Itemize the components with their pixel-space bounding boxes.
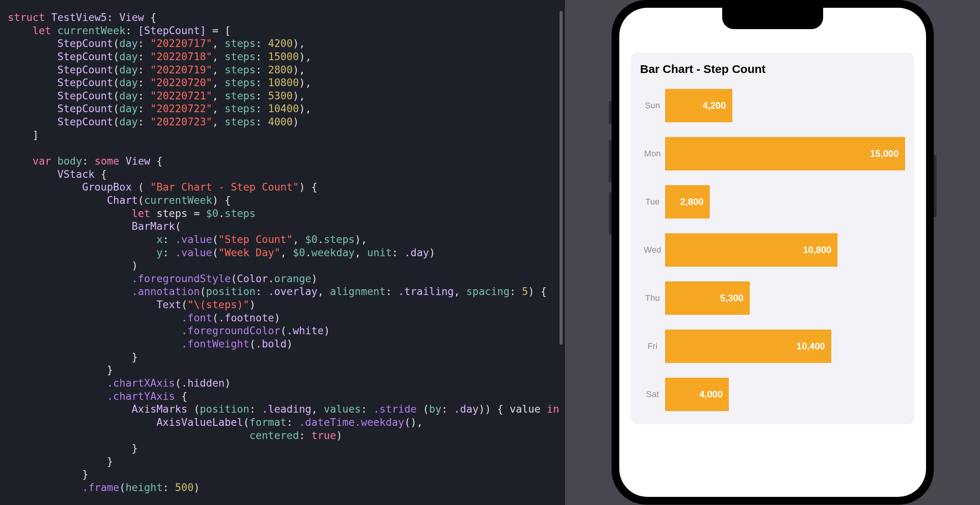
bar-value-label: 10,400: [797, 341, 825, 352]
bar-track: 4,000: [665, 378, 905, 411]
y-axis-label: Mon: [640, 149, 665, 159]
chart-row: Sun4,200: [640, 89, 905, 122]
chart-title: Bar Chart - Step Count: [640, 62, 905, 76]
y-axis-label: Sat: [640, 389, 665, 399]
y-axis-label: Wed: [640, 245, 665, 255]
bar: 2,800: [665, 185, 710, 219]
device-screen: Bar Chart - Step Count Sun4,200Mon15,000…: [619, 8, 926, 497]
bar-value-label: 15,000: [870, 148, 898, 159]
chart-row: Fri10,400: [640, 330, 905, 363]
app-content: Bar Chart - Step Count Sun4,200Mon15,000…: [619, 8, 926, 424]
bar: 10,400: [665, 330, 831, 363]
device-side-button: [609, 101, 612, 124]
device-frame: Bar Chart - Step Count Sun4,200Mon15,000…: [612, 0, 934, 505]
bar-value-label: 4,000: [699, 389, 723, 400]
chart-row: Tue2,800: [640, 185, 905, 219]
bar-track: 2,800: [665, 185, 905, 219]
bar-track: 15,000: [665, 137, 905, 170]
bar-track: 4,200: [665, 89, 905, 122]
groupbox: Bar Chart - Step Count Sun4,200Mon15,000…: [631, 52, 914, 424]
bar: 4,200: [665, 89, 732, 122]
bar-value-label: 5,300: [720, 293, 744, 304]
code-content: struct TestView5: View { let currentWeek…: [8, 11, 557, 494]
bar-track: 10,400: [665, 330, 905, 363]
bar: 15,000: [665, 137, 905, 170]
bar-value-label: 4,200: [702, 100, 726, 111]
chart-row: Mon15,000: [640, 137, 905, 170]
y-axis-label: Tue: [640, 197, 665, 207]
chart-row: Thu5,300: [640, 281, 905, 315]
bar: 10,800: [665, 233, 838, 267]
chart-row: Wed10,800: [640, 233, 905, 267]
notch: [722, 8, 823, 29]
device-side-button: [609, 192, 612, 235]
chart-area: Sun4,200Mon15,000Tue2,800Wed10,800Thu5,3…: [640, 89, 905, 411]
device-side-button: [609, 140, 612, 182]
bar-track: 5,300: [665, 281, 905, 315]
y-axis-label: Thu: [640, 293, 665, 303]
y-axis-label: Sun: [640, 101, 665, 111]
preview-pane: Bar Chart - Step Count Sun4,200Mon15,000…: [565, 0, 980, 505]
device-side-button: [934, 155, 937, 217]
bar-value-label: 10,800: [803, 245, 831, 255]
bar: 5,300: [665, 281, 750, 315]
bar-track: 10,800: [665, 233, 905, 267]
chart-row: Sat4,000: [640, 378, 905, 411]
bar: 4,000: [665, 378, 729, 411]
bar-value-label: 2,800: [680, 196, 704, 207]
code-editor[interactable]: struct TestView5: View { let currentWeek…: [0, 0, 565, 505]
y-axis-label: Fri: [640, 341, 665, 351]
scrollbar[interactable]: [560, 11, 563, 345]
